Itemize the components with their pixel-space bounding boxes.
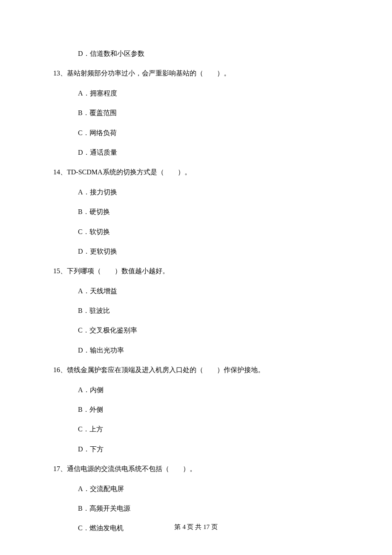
question-13: 13、基站射频部分功率过小，会严重影响基站的（ ）。 — [53, 69, 341, 78]
option-d: D．输出光功率 — [78, 346, 341, 355]
question-sep: 、 — [60, 465, 67, 472]
option-c: C．上方 — [78, 425, 341, 434]
option-b: B．驻波比 — [78, 306, 341, 315]
question-16: 16、馈线金属护套应在顶端及进入机房入口处的（ ）作保护接地。 — [53, 365, 341, 375]
option-a: A．天线增益 — [78, 286, 341, 296]
option-d: D．下方 — [78, 445, 341, 454]
question-number: 17 — [53, 465, 60, 472]
question-stem: 馈线金属护套应在顶端及进入机房入口处的（ ）作保护接地。 — [67, 366, 265, 373]
question-number: 13 — [53, 69, 60, 77]
option-b: B．覆盖范围 — [78, 108, 341, 118]
page-content: D．信道数和小区参数 13、基站射频部分功率过小，会严重影响基站的（ ）。 A．… — [0, 0, 392, 533]
question-number: 15 — [53, 267, 60, 275]
option-b: B．外侧 — [78, 405, 341, 414]
question-17: 17、通信电源的交流供电系统不包括（ ）。 — [53, 464, 341, 474]
question-sep: 、 — [60, 267, 67, 275]
option-a: A．接力切换 — [78, 188, 341, 197]
option-a: A．交流配电屏 — [78, 484, 341, 494]
option-a: A．拥塞程度 — [78, 89, 341, 98]
question-stem: TD-SCDMA系统的切换方式是（ ）。 — [67, 168, 191, 176]
option-b: B．高频开关电源 — [78, 504, 341, 513]
option-d: D．通话质量 — [78, 148, 341, 157]
option-a: A．内侧 — [78, 385, 341, 395]
option-d: D．更软切换 — [78, 247, 341, 256]
question-sep: 、 — [60, 168, 67, 176]
option-b: B．硬切换 — [78, 207, 341, 217]
question-number: 14 — [53, 168, 60, 176]
question-sep: 、 — [60, 69, 67, 77]
option-c: C．网络负荷 — [78, 128, 341, 138]
question-number: 16 — [53, 366, 60, 373]
question-15: 15、下列哪项（ ）数值越小越好。 — [53, 266, 341, 276]
page-footer: 第 4 页 共 17 页 — [0, 523, 392, 531]
question-stem: 基站射频部分功率过小，会严重影响基站的（ ）。 — [67, 69, 231, 77]
option-c: C．软切换 — [78, 227, 341, 237]
question-stem: 通信电源的交流供电系统不包括（ ）。 — [67, 465, 196, 472]
question-14: 14、TD-SCDMA系统的切换方式是（ ）。 — [53, 168, 341, 177]
question-sep: 、 — [60, 366, 67, 373]
question-stem: 下列哪项（ ）数值越小越好。 — [67, 267, 169, 275]
orphan-option-d: D．信道数和小区参数 — [78, 49, 341, 58]
option-c: C．交叉极化鉴别率 — [78, 326, 341, 335]
